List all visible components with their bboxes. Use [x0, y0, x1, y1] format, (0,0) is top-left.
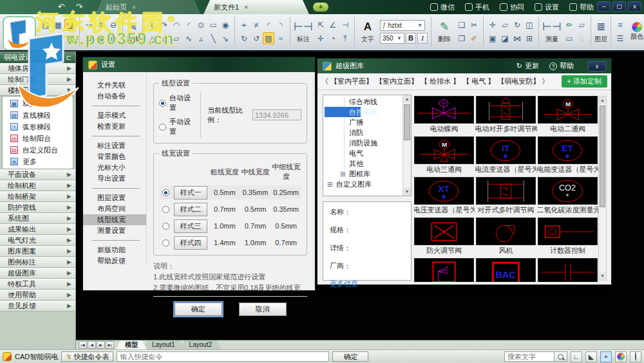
tab-indoor-plan[interactable]: 【室内平面】: [330, 77, 374, 86]
sidebar-item-lighting[interactable]: 电气灯光▶: [0, 235, 75, 246]
tree-item-fire-facility[interactable]: 消防设施: [325, 138, 402, 148]
library-item[interactable]: M 电动三通阀: [414, 136, 474, 177]
hatch-icon[interactable]: ▨: [263, 32, 274, 44]
document-tab-newfile[interactable]: 新文件1 ×: [204, 0, 309, 14]
point-icon[interactable]: ┼: [146, 19, 158, 31]
polyline-icon[interactable]: ↷: [158, 19, 170, 31]
chamfer-icon[interactable]: ◝: [275, 19, 287, 31]
expand-plus-icon[interactable]: ⊞: [327, 180, 332, 190]
settings-nav-export[interactable]: 导出设置: [83, 173, 146, 184]
offset-icon[interactable]: ◪: [499, 32, 511, 44]
redo-icon[interactable]: ↷: [72, 2, 86, 12]
array-icon[interactable]: ⊞: [524, 32, 535, 44]
expand-plus-icon[interactable]: ⊞: [340, 169, 345, 180]
prev-tab-icon[interactable]: ◀: [88, 341, 96, 349]
scroll-up-icon[interactable]: ▲: [403, 95, 411, 103]
library-item[interactable]: 风机: [476, 218, 536, 258]
cut-icon[interactable]: ✂: [468, 19, 480, 31]
crosshair-icon[interactable]: +: [600, 351, 612, 362]
library-item[interactable]: BAC: [476, 258, 536, 282]
measure-tool[interactable]: ⊢⊣ 测量: [542, 19, 562, 44]
library-item[interactable]: IT✱ 电流变送器（星号为: [476, 136, 536, 177]
settings-nav-new-features[interactable]: 新版功能: [83, 245, 146, 256]
tree-item-custom-library[interactable]: ⊞自定义图库: [325, 179, 402, 189]
scrollbar-thumb[interactable]: [600, 106, 605, 207]
library-update-button[interactable]: ↻ 更新: [516, 61, 539, 71]
maximize-button[interactable]: ▢: [612, 1, 626, 12]
drafting-triangle-icon[interactable]: ◣: [585, 351, 597, 362]
radius-dim-icon[interactable]: ◔: [327, 32, 339, 44]
pdf-export-icon[interactable]: ▣: [52, 32, 64, 44]
scroll-up-icon[interactable]: ▲: [599, 97, 606, 104]
line-tool[interactable]: ✎ 直线: [126, 19, 139, 44]
tabs-scroll-right-icon[interactable]: 》: [542, 77, 549, 86]
sidebar-item-super-library[interactable]: 超级图库▶: [0, 268, 75, 279]
tab-indoor-elevation[interactable]: 【室内立面】: [375, 77, 419, 86]
paste-block-icon[interactable]: ▣: [487, 32, 498, 44]
last-tab-icon[interactable]: ▶|: [106, 341, 114, 349]
tab-layout1[interactable]: Layout1: [143, 340, 184, 349]
subitem-straight-flight[interactable]: ▤直线梯段: [3, 109, 73, 121]
sidebar-item-doors-windows[interactable]: 绘制门窗▶: [0, 74, 75, 85]
save-file-icon[interactable]: ▦: [52, 19, 64, 31]
lasso-icon[interactable]: ◌: [576, 32, 587, 44]
app-logo-button[interactable]: [3, 16, 36, 51]
circle-icon[interactable]: ⊙: [195, 19, 207, 31]
subitem-draw-balcony[interactable]: ▭绘制阳台: [3, 133, 73, 144]
italic-button[interactable]: I: [417, 33, 428, 44]
command-input[interactable]: [117, 351, 329, 362]
arc-icon[interactable]: ◜: [183, 19, 194, 31]
revolve-icon[interactable]: ↺: [251, 32, 262, 44]
library-item[interactable]: 防火调节阀: [414, 218, 474, 258]
settings-nav-layout-space[interactable]: 布局空间: [83, 203, 146, 214]
sidebar-item-patterns[interactable]: 图库图案▶: [0, 246, 75, 257]
tab-security[interactable]: 【弱电安防】: [497, 77, 540, 86]
fan-icon[interactable]: [476, 218, 536, 245]
current-transmitter-icon[interactable]: IT✱: [476, 136, 536, 164]
delete-tool[interactable]: ✎ 删除: [435, 19, 454, 44]
tree-item-fire[interactable]: 消防: [325, 127, 402, 138]
new-tab-button[interactable]: +: [313, 3, 328, 12]
format-brush-icon[interactable]: ✐: [468, 32, 480, 44]
tab-plumbing[interactable]: 【 给排水 】: [420, 77, 460, 86]
rotate-icon[interactable]: ↻: [238, 32, 250, 44]
linetype-icon[interactable]: ≡: [614, 19, 626, 31]
two-way-valve-icon[interactable]: M: [538, 96, 598, 124]
scroll-down-icon[interactable]: ▼: [599, 272, 606, 280]
first-tab-icon[interactable]: |◀: [79, 341, 87, 349]
diagonal-line-icon[interactable]: ╲: [207, 32, 219, 44]
tab-model[interactable]: 模型: [116, 340, 147, 349]
parallelogram-icon[interactable]: ▱: [171, 32, 182, 44]
minimize-button[interactable]: –: [597, 1, 611, 12]
tree-item-electrical[interactable]: 电气: [325, 148, 402, 158]
tab-close-icon[interactable]: ×: [132, 4, 136, 11]
settings-nav-layer[interactable]: 图层设置: [83, 192, 146, 203]
settings-nav-cursor-size[interactable]: 光标大小: [83, 162, 146, 173]
open-file-icon[interactable]: ▤: [40, 19, 52, 31]
auto-setting-radio[interactable]: 自动设置: [159, 93, 194, 113]
select-rect-icon[interactable]: ▭: [564, 32, 575, 44]
tree-item-broadcast[interactable]: 广播: [325, 117, 402, 127]
search-icon[interactable]: [554, 351, 567, 362]
subitem-double-run-stairs[interactable]: ▦双跑楼梯: [3, 98, 73, 109]
sidebar-item-system-diagram[interactable]: 系统图▶: [0, 213, 75, 224]
menu-settings[interactable]: 设置: [535, 3, 559, 12]
subitem-arc-flight[interactable]: ◔弧形梯段: [3, 121, 73, 133]
fillet-icon[interactable]: ◜: [263, 19, 274, 31]
sidebar-item-help[interactable]: 使用帮助▶: [0, 290, 75, 301]
scrollbar-thumb[interactable]: [404, 104, 410, 140]
tree-item-auto-control[interactable]: 自控系统: [325, 107, 361, 117]
settings-nav-auto-backup[interactable]: 自动备份: [83, 91, 146, 102]
triangle-icon[interactable]: △: [146, 32, 158, 44]
tab-layout2[interactable]: Layout2: [180, 340, 222, 349]
linetype-scale-input[interactable]: [252, 109, 301, 120]
color-wheel-icon[interactable]: [615, 351, 627, 362]
library-item[interactable]: M 电动二通阀: [538, 96, 598, 136]
butterfly-valve-icon[interactable]: [414, 96, 474, 124]
zoom-out-icon[interactable]: ⊖: [108, 19, 119, 31]
ordinate-dim-icon[interactable]: ⤒: [339, 32, 351, 44]
library-item[interactable]: 电动对开多叶调节阀: [476, 96, 536, 136]
sidebar-item-wall-room[interactable]: 墙体房间▶: [0, 63, 75, 74]
fire-damper-icon[interactable]: [414, 218, 474, 245]
bold-button[interactable]: B: [406, 33, 416, 44]
